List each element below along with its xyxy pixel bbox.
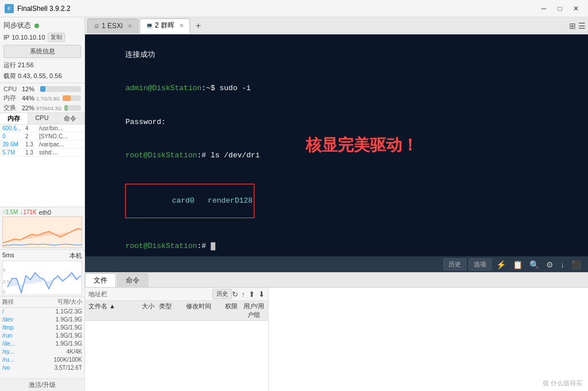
ping-header: 5ms 本机 bbox=[2, 251, 82, 261]
swap-bar-fill bbox=[64, 105, 68, 111]
ip-row: IP 10.10.10.10 复制 bbox=[3, 32, 81, 43]
btab-file[interactable]: 文件 bbox=[85, 273, 116, 287]
col-perm: 权限 bbox=[220, 302, 242, 319]
window-icon-button[interactable]: ⬛ bbox=[569, 259, 583, 270]
path-item: /sy...4K/4K bbox=[0, 348, 84, 356]
tab-qunhui-label: 2 群晖 bbox=[155, 21, 175, 30]
process-list: 600.6... 4 /usr/bin... 0 2 [SYNO.C... 39… bbox=[0, 125, 84, 207]
proc-tab-mem[interactable]: 内存 bbox=[0, 113, 28, 124]
ping-chart: 5 2.5 0 bbox=[2, 261, 82, 295]
sysinfo-button[interactable]: 系统信息 bbox=[3, 45, 81, 58]
col-filename: 文件名 ▲ bbox=[88, 302, 133, 319]
cpu-bar-fill bbox=[40, 86, 45, 92]
network-header: ↑3.5M ↓171K eth0 bbox=[2, 208, 82, 216]
file-panel: 地址栏 历史 ↻ ↑ ⬆ ⬇ 文件名 ▲ 大小 类型 修改时间 bbox=[85, 288, 588, 391]
upload-icon[interactable]: ⬆ bbox=[249, 290, 255, 299]
app-name: FinalShell 3.9.2.2 bbox=[17, 5, 71, 13]
term-line-result: card0 renderD128 bbox=[90, 172, 583, 230]
tab-esxi[interactable]: 🖥 1 ESXi ✕ bbox=[87, 18, 138, 33]
path-item: /de...1.9G/1.9G bbox=[0, 340, 84, 348]
mem-bar-container bbox=[63, 95, 81, 101]
search-icon-button[interactable]: 🔍 bbox=[527, 259, 541, 270]
load-value: 载荷 0.43, 0.55, 0.56 bbox=[3, 72, 62, 79]
bottom-tabs: 文件 命令 bbox=[85, 273, 588, 288]
close-button[interactable]: ✕ bbox=[568, 3, 583, 14]
download-icon[interactable]: ⬇ bbox=[258, 290, 265, 299]
ping-host: 本机 bbox=[69, 251, 82, 260]
tab-esxi-close[interactable]: ✕ bbox=[127, 23, 132, 29]
path-item: /ru...100K/100K bbox=[0, 356, 84, 364]
col-user: 用户/用户组 bbox=[243, 302, 265, 319]
settings-icon-button[interactable]: ⚙ bbox=[544, 259, 556, 270]
refresh-icon[interactable]: ↻ bbox=[232, 290, 238, 299]
path-list-section: 路径 可用/大小 /1.1G/2.3G /dev1.9G/1.9G /tmp1.… bbox=[0, 296, 84, 379]
upgrade-label: 激活/升级 bbox=[29, 381, 56, 388]
tab-esxi-icon: 🖥 bbox=[94, 23, 99, 29]
tab-qunhui-icon: 💻 bbox=[146, 22, 153, 29]
history-button[interactable]: 历史 bbox=[443, 258, 466, 270]
file-icons: ↻ ↑ ⬆ ⬇ bbox=[232, 290, 265, 299]
col-type: 类型 bbox=[154, 302, 176, 319]
btab-cmd[interactable]: 命令 bbox=[117, 273, 148, 287]
list-view-button[interactable]: ☰ bbox=[578, 21, 586, 30]
col-size: 大小 bbox=[133, 302, 154, 319]
watermark: 值 什么值得买 bbox=[543, 379, 582, 388]
sidebar-top: 同步状态 IP 10.10.10.10 复制 系统信息 运行 21:56 载荷 … bbox=[0, 17, 84, 83]
swap-label: 交换 bbox=[3, 103, 20, 112]
terminal-toolbar: 历史 选项 ⚡ 📋 🔍 ⚙ ↓ ⬛ bbox=[85, 256, 588, 272]
lightning-icon-button[interactable]: ⚡ bbox=[494, 259, 508, 270]
term-line-prompt: root@DiskStation:# bbox=[90, 230, 583, 257]
terminal-cursor bbox=[211, 242, 215, 250]
svg-text:5: 5 bbox=[3, 268, 6, 273]
proc-tab-cpu[interactable]: CPU bbox=[28, 113, 56, 124]
mem-percent: 44% 1.7G/3.9G bbox=[22, 95, 60, 102]
up-icon[interactable]: ↑ bbox=[242, 290, 246, 299]
tab-esxi-label: 1 ESXi bbox=[102, 22, 123, 30]
file-content-left bbox=[85, 321, 268, 391]
path-item: /tmp1.9G/1.9G bbox=[0, 324, 84, 332]
tab-qunhui-close[interactable]: ✕ bbox=[179, 22, 184, 29]
proc-item: 39.6M 1.3 /var/pac... bbox=[0, 141, 84, 149]
download-icon-button[interactable]: ↓ bbox=[558, 259, 567, 270]
tab-bar: 🖥 1 ESXi ✕ 💻 2 群晖 ✕ + ⊞ ☰ bbox=[85, 17, 588, 34]
process-tabs: 内存 CPU 命令 bbox=[0, 113, 84, 125]
app-title: F FinalShell 3.9.2.2 bbox=[5, 4, 71, 13]
file-history-button[interactable]: 历史 bbox=[212, 289, 232, 299]
file-browser-right: 值 什么值得买 bbox=[269, 288, 588, 391]
grid-view-button[interactable]: ⊞ bbox=[569, 21, 576, 30]
terminal[interactable]: 连接成功 admin@DiskStation:~$ sudo -i Passwo… bbox=[85, 34, 588, 256]
main-layout: 同步状态 IP 10.10.10.10 复制 系统信息 运行 21:56 载荷 … bbox=[0, 17, 588, 391]
proc-tab-cmd[interactable]: 命令 bbox=[56, 113, 84, 124]
load-row: 载荷 0.43, 0.55, 0.56 bbox=[3, 71, 81, 82]
net-upload: ↑3.5M bbox=[2, 209, 18, 215]
file-left-toolbar: 地址栏 历史 ↻ ↑ ⬆ ⬇ bbox=[85, 288, 268, 301]
minimize-button[interactable]: ─ bbox=[536, 3, 551, 14]
app-icon: F bbox=[5, 4, 14, 13]
upgrade-bar[interactable]: 激活/升级 bbox=[0, 378, 84, 391]
mem-bar-fill bbox=[63, 95, 71, 101]
mem-bar-row: 内存 44% 1.7G/3.9G bbox=[0, 93, 84, 103]
highlight-result: card0 renderD128 bbox=[125, 184, 254, 219]
center-text: 核显完美驱动！ bbox=[305, 134, 418, 156]
cpu-bar-row: CPU 12% bbox=[0, 85, 84, 93]
clipboard-icon-button[interactable]: 📋 bbox=[510, 259, 525, 270]
tabbar-right: ⊞ ☰ bbox=[569, 21, 586, 30]
cpu-percent: 12% bbox=[22, 86, 38, 92]
options-button[interactable]: 选项 bbox=[469, 258, 492, 270]
swap-bar-container bbox=[64, 105, 81, 111]
swap-bar-row: 交换 22% 975M/4.3G bbox=[0, 103, 84, 113]
swap-percent: 22% 975M/4.3G bbox=[22, 104, 62, 111]
ping-section: 5ms 本机 5 2.5 0 bbox=[0, 249, 84, 296]
col-date: 修改时间 bbox=[177, 302, 221, 319]
svg-text:2.5: 2.5 bbox=[3, 279, 10, 284]
copy-ip-button[interactable]: 复制 bbox=[48, 33, 65, 42]
network-section: ↑3.5M ↓171K eth0 bbox=[0, 207, 84, 249]
tab-qunhui[interactable]: 💻 2 群晖 ✕ bbox=[140, 18, 190, 33]
add-tab-button[interactable]: + bbox=[191, 20, 206, 32]
sync-row: 同步状态 bbox=[3, 20, 81, 32]
svg-text:0: 0 bbox=[3, 289, 6, 295]
maximize-button[interactable]: □ bbox=[552, 3, 567, 14]
file-addr-label: 地址栏 bbox=[88, 290, 212, 299]
file-table-header: 文件名 ▲ 大小 类型 修改时间 权限 用户/用户组 bbox=[85, 301, 268, 321]
window-controls: ─ □ ✕ bbox=[536, 3, 583, 14]
